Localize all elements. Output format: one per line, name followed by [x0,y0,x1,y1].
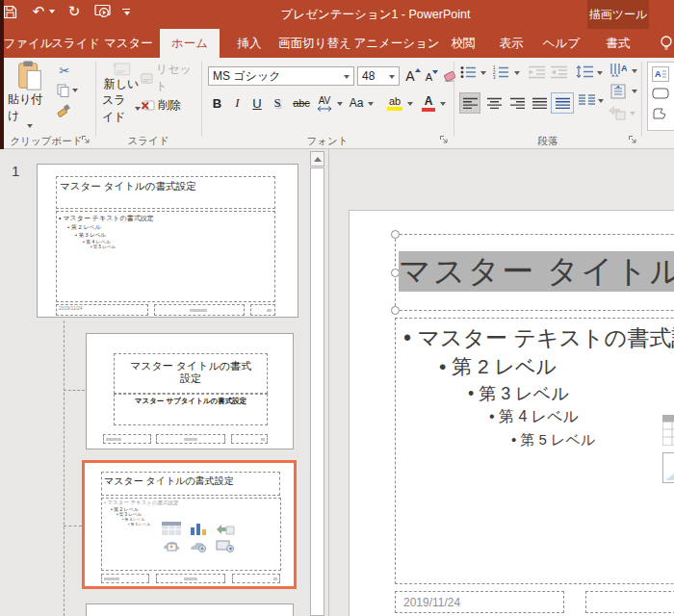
rounded-rectangle-shape-icon[interactable] [652,88,669,99]
clear-formatting-button[interactable] [442,65,455,85]
content-video-icon[interactable] [216,539,235,552]
text-direction-button[interactable]: A [609,63,627,78]
content-picture-icon[interactable] [189,539,208,552]
align-left-button[interactable] [459,92,480,114]
character-spacing-button[interactable]: AV [315,92,334,114]
undo-button[interactable]: ↶ [29,1,55,22]
justify-button[interactable] [529,92,550,114]
distribute-text-button[interactable] [551,92,574,114]
content-3d-model-icon[interactable] [162,539,181,552]
bullets-dropdown-icon[interactable] [480,71,486,75]
text-shadow-button[interactable]: S [271,94,284,112]
content-layout-thumbnail-selected[interactable]: マスター タイトルの書式設定 マスター テキストの書式設定 第 2 レベル 第 … [82,460,297,589]
strikethrough-button[interactable]: abc [291,94,312,112]
shape-gallery[interactable]: A [647,62,674,131]
content-smartart-icon[interactable] [216,522,235,535]
numbering-button[interactable]: 123 [493,65,509,79]
thumbnail-scrollbar[interactable] [310,151,324,616]
slide-bullet-3[interactable]: • 第 3 レベル [468,382,569,405]
paste-dropdown-icon[interactable] [27,124,33,128]
increase-indent-button[interactable] [551,65,567,79]
spacing-dropdown-icon[interactable] [337,102,343,106]
undo-dropdown-icon[interactable] [49,10,55,13]
decrease-indent-button[interactable] [529,65,545,79]
tab-slide-master[interactable]: スライド マスター [56,29,148,58]
title-layout-thumbnail[interactable]: マスター タイトルの書式 設定 マスター サブタイトルの書式設定 [86,333,294,449]
tab-format[interactable]: 書式 [591,29,645,58]
tab-review[interactable]: 校閲 [441,29,485,58]
align-right-button[interactable] [506,92,528,114]
align-center-button[interactable] [483,92,505,114]
slide-title-text-selected[interactable]: マスター タイトルの書式設定 [399,251,674,292]
reset-slide-button[interactable]: リセット [141,69,196,87]
underline-button[interactable]: U [250,94,264,112]
customize-qat-icon[interactable] [122,9,130,15]
slide-date-placeholder[interactable]: 2019/11/24 [395,591,564,613]
font-color-button[interactable]: A [420,92,437,114]
new-slide-button[interactable]: 新しい スライド [102,62,141,125]
highlight-dropdown-icon[interactable] [407,102,413,106]
delete-slide-button[interactable]: 削除 [141,96,189,114]
master-slide-thumbnail[interactable]: マスター タイトルの書式設定 マスター テキストの書式設定 第 2 レベル 第 … [37,164,298,318]
resize-handle-bottom-left[interactable] [391,306,400,315]
tab-animations[interactable]: アニメーション [358,29,435,58]
scrollbar-up-button[interactable] [310,151,324,167]
change-case-button[interactable]: Aa [347,94,366,112]
numbering-dropdown-icon[interactable] [514,71,520,75]
resize-handle-top-left[interactable] [391,230,400,239]
convert-smartart-dropdown-icon[interactable] [630,112,635,116]
clipboard-dialog-launcher[interactable] [81,135,91,144]
content-table-icon[interactable] [162,522,181,535]
insert-table-icon[interactable] [662,415,674,446]
tab-home[interactable]: ホーム [160,29,220,58]
tab-help[interactable]: ヘルプ [537,29,585,58]
tab-transitions[interactable]: 画面切り替え [277,29,352,58]
pane-splitter[interactable] [328,149,329,616]
insert-picture-icon[interactable] [662,452,674,483]
copy-dropdown-icon[interactable] [72,89,78,92]
align-text-vertical-dropdown-icon[interactable] [632,90,637,93]
slide-footer-placeholder[interactable] [585,591,674,613]
convert-smartart-button[interactable] [607,105,626,120]
tab-view[interactable]: 表示 [491,29,531,58]
slideshow-icon[interactable] [93,1,113,22]
freeform-shape-icon[interactable] [652,107,667,120]
slide-bullet-1[interactable]: • マスター テキストの書式設定 [403,323,674,353]
slide-bullet-4[interactable]: • 第 4 レベル [489,407,579,427]
text-highlight-button[interactable]: ab [385,92,404,114]
copy-button[interactable] [56,83,79,98]
cut-button[interactable]: ✂ [56,63,73,78]
font-color-dropdown-icon[interactable] [440,102,446,106]
paste-button[interactable]: 貼り付け [8,61,52,128]
line-spacing-button[interactable] [576,64,593,79]
slide-bullet-5[interactable]: • 第 5 レベル [511,431,595,449]
next-layout-thumbnail[interactable] [86,603,294,616]
bold-button[interactable]: B [210,94,224,112]
tell-me-lightbulb-icon[interactable] [659,35,674,52]
line-spacing-dropdown-icon[interactable] [597,71,603,75]
redo-icon[interactable]: ↻ [65,1,84,22]
increase-font-size-button[interactable]: A [404,66,422,86]
decrease-font-size-button[interactable]: A [424,68,440,86]
tab-file[interactable]: ファイル [6,29,50,58]
change-case-dropdown-icon[interactable] [368,102,374,106]
format-painter-button[interactable] [54,102,73,119]
text-direction-dropdown-icon[interactable] [632,69,637,73]
columns-dropdown-icon[interactable] [598,99,604,103]
align-text-vertical-button[interactable] [610,84,626,99]
scrollbar-thumb[interactable] [310,167,324,616]
bullets-button[interactable] [460,65,477,79]
text-box-icon[interactable]: A [652,66,669,82]
layout-tree-branch [64,390,85,391]
slide-bullet-2[interactable]: • 第 2 レベル [439,353,557,380]
font-dialog-launcher[interactable] [439,135,449,144]
font-size-combobox[interactable]: 48 [357,66,400,86]
tab-insert[interactable]: 挿入 [229,29,270,58]
font-name-dropdown-icon[interactable] [344,75,350,79]
content-chart-icon[interactable] [189,522,208,535]
columns-button[interactable] [579,93,595,106]
italic-button[interactable]: I [231,94,244,112]
paragraph-dialog-launcher[interactable] [628,135,637,144]
font-name-combobox[interactable]: MS ゴシック [208,66,354,86]
font-size-dropdown-icon[interactable] [389,75,395,79]
